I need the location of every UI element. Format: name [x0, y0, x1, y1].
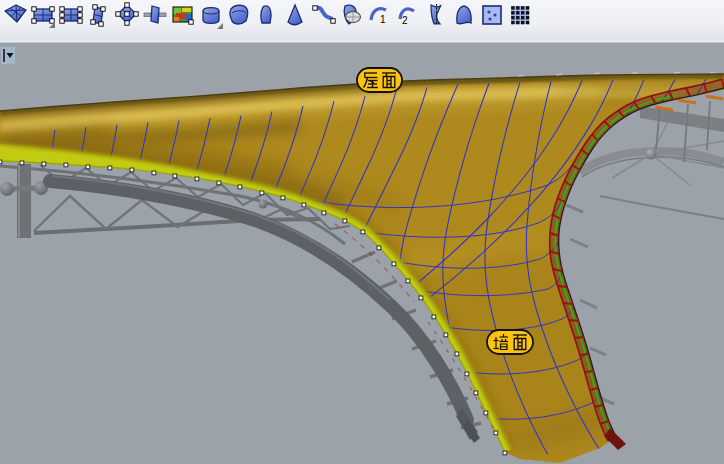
svg-text:2: 2 — [402, 15, 408, 26]
svg-text:1: 1 — [380, 14, 386, 25]
